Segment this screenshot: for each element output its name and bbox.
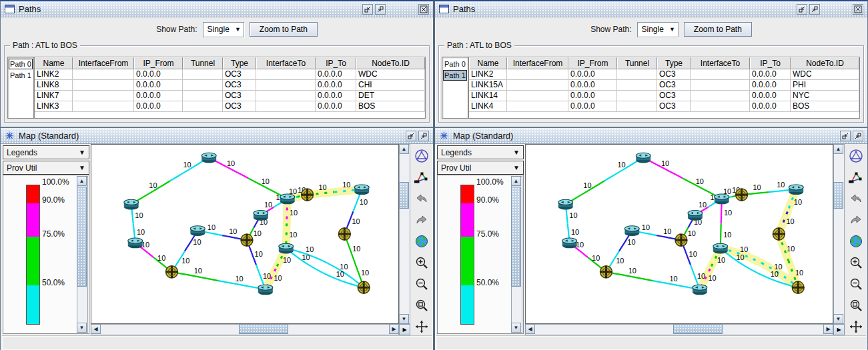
site-node[interactable] [600,266,612,278]
table-cell[interactable] [73,80,134,91]
router-node[interactable] [280,194,295,204]
map-titlebar[interactable]: Map (Standard) [1,128,433,144]
column-header[interactable]: Name [35,57,73,69]
map-horizontal-scrollbar[interactable]: ◀ ▶ [91,324,399,335]
router-node[interactable] [254,210,268,220]
scroll-up-icon[interactable]: ▲ [833,144,843,154]
h-scroll-thumb[interactable] [239,324,288,334]
site-node[interactable] [792,281,804,293]
table-cell[interactable]: CHI [356,80,425,91]
router-node[interactable] [354,185,369,195]
scroll-up-icon[interactable]: ▲ [511,176,521,186]
table-cell[interactable]: 0.0.0.0 [750,69,791,80]
table-cell[interactable]: OC3 [223,80,256,91]
scroll-right-icon[interactable]: ▶ [823,324,833,334]
zoom-window-button[interactable] [414,297,430,313]
table-cell[interactable] [691,101,750,112]
router-node[interactable] [558,199,573,209]
table-cell[interactable] [73,69,134,80]
column-header[interactable]: InterfaceTo [256,57,316,69]
legend-scroll-thumb[interactable] [511,187,521,287]
close-button[interactable] [418,4,429,15]
show-path-combo[interactable]: Single ▼ [637,22,679,37]
table-cell[interactable]: 0.0.0.0 [568,91,617,101]
globe-button[interactable] [848,233,864,249]
map-canvas[interactable]: 1010101010101010101010101010101010101010… [91,144,399,324]
redo-button[interactable] [848,212,864,227]
scroll-up-icon[interactable]: ▲ [77,176,87,186]
table-cell[interactable] [183,80,223,91]
router-node[interactable] [279,243,294,253]
table-cell[interactable] [617,91,657,101]
column-header[interactable]: Tunnel [183,57,223,69]
scroll-right-icon[interactable]: ▶ [389,324,399,334]
table-cell[interactable]: 0.0.0.0 [750,91,791,101]
table-cell[interactable] [507,101,568,112]
maximize-button[interactable] [853,131,863,141]
legends-combo[interactable]: Legends ▼ [3,145,89,159]
circle-layout-button[interactable] [414,148,430,163]
path-list[interactable]: Path 0Path 1 [7,57,34,119]
table-row[interactable]: LINK70.0.0.0OC30.0.0.0DET [35,91,425,101]
map-canvas[interactable]: 1010101010101010101010101010101010101010… [525,144,833,324]
table-cell[interactable]: LINK14 [469,91,507,101]
table-cell[interactable]: BOS [356,101,425,112]
legend-scroll-thumb[interactable] [77,187,87,287]
table-cell[interactable]: 0.0.0.0 [134,69,183,80]
legends-combo[interactable]: Legends ▼ [437,145,524,159]
column-header[interactable]: NodeTo.ID [791,57,859,69]
maximize-button[interactable] [418,131,429,141]
table-cell[interactable] [691,69,750,80]
scroll-down-icon[interactable]: ▼ [399,314,409,324]
table-cell[interactable]: 0.0.0.0 [316,69,356,80]
table-cell[interactable]: OC3 [657,101,691,112]
table-cell[interactable]: LINK2 [469,69,507,80]
table-cell[interactable] [617,69,657,80]
zoom-out-button[interactable] [848,276,864,291]
router-node[interactable] [688,210,703,220]
show-path-combo[interactable]: Single ▼ [203,22,244,37]
table-cell[interactable]: 0.0.0.0 [134,91,183,101]
router-node[interactable] [124,199,139,209]
scroll-right-icon[interactable]: ▶ [399,324,410,335]
table-cell[interactable] [507,69,568,80]
table-row[interactable]: LINK20.0.0.0OC30.0.0.0WDC [469,69,859,80]
globe-button[interactable] [414,233,430,249]
zoom-in-button[interactable] [414,255,430,270]
table-cell[interactable]: NYC [791,91,859,101]
site-node[interactable] [338,228,350,240]
table-row[interactable]: LINK140.0.0.0OC30.0.0.0NYC [469,91,859,101]
paths-titlebar[interactable]: Paths [435,1,867,17]
table-cell[interactable]: LINK3 [35,101,73,112]
path-list-item[interactable]: Path 1 [9,70,33,81]
table-row[interactable]: LINK20.0.0.0OC30.0.0.0WDC [35,69,425,80]
table-cell[interactable]: BOS [791,101,859,112]
table-cell[interactable]: 0.0.0.0 [750,101,791,112]
path-list-item[interactable]: Path 0 [9,59,33,69]
table-cell[interactable] [691,80,750,91]
site-node[interactable] [241,234,253,246]
column-header[interactable]: IP_From [568,57,617,69]
pan-button[interactable] [848,319,864,334]
zoom-in-button[interactable] [848,255,864,270]
table-cell[interactable]: 0.0.0.0 [316,91,356,101]
undo-button[interactable] [414,191,430,206]
site-node[interactable] [736,189,748,201]
site-node[interactable] [773,228,785,240]
table-cell[interactable] [183,69,223,80]
zoom-to-path-button[interactable]: Zoom to Path [684,22,752,37]
router-node[interactable] [128,238,143,248]
scroll-down-icon[interactable]: ▼ [833,314,843,324]
table-cell[interactable] [183,101,223,112]
site-node[interactable] [358,281,370,293]
table-cell[interactable]: DET [356,91,425,101]
table-cell[interactable]: LINK8 [35,80,73,91]
table-cell[interactable]: OC3 [657,69,691,80]
router-node[interactable] [201,153,216,163]
graph-layout-button[interactable] [414,169,430,185]
table-cell[interactable]: OC3 [223,91,256,101]
close-button[interactable] [853,4,863,15]
pan-button[interactable] [414,319,430,334]
router-node[interactable] [693,285,707,295]
table-cell[interactable]: LINK7 [35,91,73,101]
